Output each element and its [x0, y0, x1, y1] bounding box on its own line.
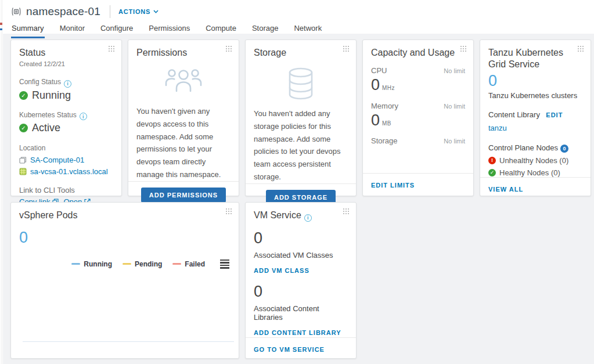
config-status-label: Config Status [19, 78, 61, 86]
drag-handle-icon[interactable] [343, 208, 350, 215]
healthy-nodes-label: Healthy Nodes (0) [499, 168, 560, 177]
add-content-library-link[interactable]: ADD CONTENT LIBRARY [254, 329, 341, 336]
card-title: Status [19, 47, 113, 59]
storage-card: Storage You haven't added any storage po… [245, 39, 357, 196]
chevron-down-icon [153, 10, 159, 13]
view-all-link[interactable]: VIEW ALL [488, 186, 523, 193]
vcenter-icon [19, 168, 27, 175]
info-icon[interactable] [304, 214, 312, 222]
cluster-icon [19, 156, 27, 164]
legend-item-running[interactable]: Running [71, 260, 112, 268]
error-icon [488, 157, 496, 164]
cluster-link[interactable]: SA-Compute-01 [30, 156, 84, 164]
users-group-icon [164, 67, 203, 98]
content-library-edit-link[interactable]: EDIT [546, 111, 563, 118]
vm-classes-count: 0 [254, 230, 348, 247]
success-icon [19, 124, 28, 132]
tab-storage[interactable]: Storage [251, 22, 279, 38]
memory-usage-unit: MB [382, 120, 391, 127]
memory-limit: No limit [444, 103, 465, 110]
chart-x-axis-line [23, 341, 234, 342]
legend-swatch-pending [123, 263, 131, 265]
drag-handle-icon[interactable] [226, 46, 233, 53]
legend-label: Running [84, 260, 112, 268]
legend-label: Pending [135, 260, 162, 268]
kubernetes-status-label: Kubernetes Status [19, 111, 77, 119]
tab-configure[interactable]: Configure [100, 22, 134, 38]
drag-handle-icon[interactable] [226, 208, 233, 215]
drag-handle-icon[interactable] [578, 46, 585, 53]
card-title: Permissions [136, 47, 231, 59]
vcenter-link[interactable]: sa-vcsa-01.vclass.local [30, 167, 108, 176]
info-icon[interactable] [64, 80, 71, 88]
clipped-ui-artifact [0, 28, 2, 30]
capacity-row-storage: Storage No limit [371, 136, 465, 145]
add-vm-class-link[interactable]: ADD VM CLASS [254, 267, 309, 274]
card-title: Tanzu Kubernetes Grid Service [488, 47, 582, 70]
storage-label: Storage [371, 136, 398, 145]
content-libraries-count: 0 [254, 283, 348, 301]
legend-swatch-running [71, 263, 80, 265]
content-library-link[interactable]: tanzu [488, 124, 507, 132]
legend-item-pending[interactable]: Pending [123, 260, 162, 268]
info-icon[interactable] [80, 113, 87, 120]
empty-state-message: You haven't added any storage policies f… [254, 107, 348, 183]
control-plane-count-badge: 0 [560, 145, 568, 153]
permissions-card: Permissions You haven't given any devops… [128, 39, 239, 196]
capacity-row-memory: Memory No limit [371, 102, 465, 110]
location-label: Location [19, 144, 45, 152]
tanzu-kubernetes-card: Tanzu Kubernetes Grid Service 0 Tanzu Ku… [480, 39, 591, 196]
legend-item-failed[interactable]: Failed [172, 260, 205, 268]
success-icon [19, 91, 28, 100]
drag-handle-icon[interactable] [343, 46, 350, 53]
memory-label: Memory [371, 102, 398, 110]
edit-limits-link[interactable]: EDIT LIMITS [371, 182, 415, 189]
chart-legend: Running Pending Failed [19, 260, 231, 269]
go-to-vm-service-link[interactable]: GO TO VM SERVICE [254, 346, 325, 353]
legend-swatch-failed [172, 263, 181, 265]
control-plane-nodes-label: Control Plane Nodes [488, 143, 558, 152]
drag-handle-icon[interactable] [109, 46, 116, 53]
tanzu-clusters-label: Tanzu Kubernetes clusters [488, 91, 582, 100]
cli-tools-label: Link to CLI Tools [19, 186, 75, 194]
cpu-usage-value: 0 [371, 77, 380, 94]
vsphere-pods-card: vSphere Pods 0 Running Pending [10, 202, 239, 359]
storage-database-icon [285, 67, 317, 100]
tab-permissions[interactable]: Permissions [148, 22, 190, 38]
add-permissions-button[interactable]: ADD PERMISSIONS [141, 188, 226, 203]
capacity-row-cpu: CPU No limit [371, 66, 465, 75]
success-icon [488, 169, 496, 176]
card-title: Storage [254, 47, 348, 59]
page-header: namespace-01 ACTIONS Summary Monitor Con… [3, 0, 594, 34]
content-library-label: Content Library [488, 110, 540, 119]
tab-compute[interactable]: Compute [205, 22, 237, 38]
clipped-ui-artifact [0, 23, 2, 25]
drag-handle-icon[interactable] [460, 46, 467, 53]
vm-service-title: VM Service [254, 210, 301, 220]
cpu-label: CPU [371, 66, 387, 75]
content-libraries-label: Associated Content Libraries [254, 304, 348, 322]
status-card: Status Created 12/2/21 Config Status Run… [10, 39, 122, 196]
divider [110, 5, 110, 18]
vm-classes-label: Associated VM Classes [254, 251, 348, 260]
capacity-usage-card: Capacity and Usage CPU No limit 0 MHz Me… [362, 39, 474, 196]
pods-count: 0 [19, 229, 231, 247]
legend-label: Failed [185, 260, 205, 268]
tab-summary[interactable]: Summary [11, 22, 45, 38]
empty-state-message: You haven't given any devops access to t… [136, 105, 231, 181]
actions-label: ACTIONS [118, 8, 150, 15]
namespace-summary-page: namespace-01 ACTIONS Summary Monitor Con… [3, 0, 594, 364]
card-title: Capacity and Usage [371, 47, 465, 59]
tab-network[interactable]: Network [293, 22, 322, 38]
tab-monitor[interactable]: Monitor [59, 22, 85, 38]
cpu-limit: No limit [444, 67, 465, 74]
actions-menu-button[interactable]: ACTIONS [118, 8, 159, 15]
vm-service-card: VM Service 0 Associated VM Classes ADD V… [245, 202, 357, 359]
page-title: namespace-01 [26, 5, 100, 18]
card-title: vSphere Pods [19, 210, 231, 221]
config-status-value: Running [32, 89, 71, 102]
namespace-icon [10, 6, 22, 17]
kubernetes-status-value: Active [32, 122, 60, 134]
chart-menu-icon[interactable] [220, 260, 229, 269]
storage-limit: No limit [444, 138, 465, 145]
